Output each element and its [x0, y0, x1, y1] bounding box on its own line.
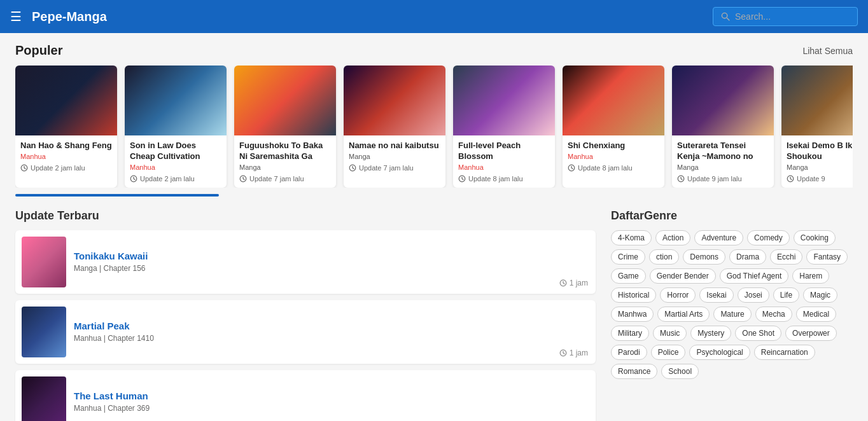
manga-card-thumb: [453, 66, 555, 135]
manga-card-thumb: [344, 66, 445, 135]
clock-icon: [559, 349, 567, 357]
genre-tag[interactable]: Manhwa: [611, 307, 654, 322]
manga-card-type: Manga: [349, 153, 440, 160]
genre-tag[interactable]: Action: [655, 230, 690, 245]
manga-card-title: Shi Chenxiang: [568, 141, 659, 151]
manga-card[interactable]: Fuguushoku To Baka Ni Saremashita Ga Man…: [234, 66, 336, 188]
genre-tag[interactable]: One Shot: [735, 326, 781, 341]
genre-tag[interactable]: Romance: [611, 364, 657, 379]
manga-card[interactable]: Son in Law Does Cheap Cultivation Manhua…: [125, 66, 227, 188]
manga-card-type: Manhua: [458, 163, 550, 171]
genre-tag[interactable]: Fantasy: [806, 249, 848, 265]
genre-tag[interactable]: School: [661, 364, 699, 379]
genre-tag[interactable]: Reincarnation: [754, 345, 815, 360]
genre-tag[interactable]: Demons: [683, 249, 725, 265]
svg-line-19: [571, 168, 573, 169]
genre-tag[interactable]: Overpower: [785, 326, 837, 341]
manga-card-update: Update 2 jam lalu: [20, 164, 112, 172]
genre-tag[interactable]: Martial Arts: [657, 307, 710, 322]
clock-icon: [349, 164, 356, 172]
lihat-semua-button[interactable]: Lihat Semua: [802, 46, 853, 56]
update-meta: Manga | Chapter 156: [74, 264, 589, 273]
manga-card-type: Manga: [239, 163, 331, 171]
genre-tag[interactable]: Medical: [796, 307, 836, 322]
manga-card-thumb: [672, 66, 774, 135]
svg-line-28: [563, 283, 564, 284]
genre-tag[interactable]: Parodi: [611, 345, 647, 360]
svg-line-1: [727, 18, 729, 20]
manga-card[interactable]: Suterareta Tensei Kenja ~Mamono no Manga…: [672, 66, 774, 188]
svg-line-7: [134, 179, 135, 180]
update-thumb: [22, 307, 66, 357]
genre-tag[interactable]: Harem: [792, 268, 829, 284]
search-input[interactable]: [735, 11, 850, 22]
manga-card[interactable]: Shi Chenxiang Manhua Update 8 jam lalu: [563, 66, 664, 188]
update-thumb: [22, 376, 66, 421]
manga-card-body: Namae no nai kaibutsu Manga Update 7 jam…: [344, 135, 445, 177]
update-terbaru-title: Update Terbaru: [15, 209, 596, 223]
genre-tag[interactable]: Cooking: [794, 230, 836, 245]
genre-tag[interactable]: Police: [651, 345, 686, 360]
update-item[interactable]: Martial Peak Manhua | Chapter 1410 1 jam: [15, 300, 596, 364]
two-col-layout: Update Terbaru Tonikaku Kawaii Manga | C…: [15, 209, 853, 421]
update-info: Martial Peak Manhua | Chapter 1410: [74, 321, 589, 343]
update-item[interactable]: Tonikaku Kawaii Manga | Chapter 156 1 ja…: [15, 230, 596, 294]
update-time: 1 jam: [559, 349, 588, 357]
genre-tag[interactable]: Music: [653, 326, 687, 341]
genre-tag[interactable]: Game: [611, 268, 646, 284]
manga-card-body: Suterareta Tensei Kenja ~Mamono no Manga…: [672, 135, 774, 188]
manga-card[interactable]: Nan Hao & Shang Feng Manhua Update 2 jam…: [15, 66, 117, 188]
genre-tag[interactable]: Mecha: [755, 307, 792, 322]
search-bar[interactable]: [713, 7, 858, 26]
daftar-genre-title: DaftarGenre: [611, 209, 853, 223]
svg-line-13: [353, 168, 354, 169]
update-name: Tonikaku Kawaii: [74, 251, 589, 261]
clock-icon: [787, 175, 794, 183]
svg-point-0: [722, 13, 727, 18]
update-thumb: [22, 237, 66, 287]
manga-card-title: Suterareta Tensei Kenja ~Mamono no: [677, 141, 769, 162]
manga-card-type: Manga: [787, 163, 853, 171]
genre-tag[interactable]: ction: [649, 249, 679, 265]
manga-card-thumb: [563, 66, 664, 135]
manga-card-body: Full-level Peach Blossom Manhua Update 8…: [453, 135, 555, 188]
update-name: Martial Peak: [74, 321, 589, 331]
manga-card-update: Update 8 jam lalu: [458, 175, 550, 183]
menu-icon[interactable]: ☰: [10, 9, 22, 24]
genre-tag[interactable]: Adventure: [694, 230, 743, 245]
manga-card-update: Update 7 jam lalu: [349, 164, 440, 172]
update-meta: Manhua | Chapter 369: [74, 404, 589, 413]
genre-tag[interactable]: Magic: [803, 287, 837, 303]
genre-tag[interactable]: Historical: [611, 287, 656, 303]
genre-tag[interactable]: Life: [773, 287, 799, 303]
manga-card-update: Update 9 jam lalu: [677, 175, 769, 183]
genre-tag[interactable]: Mystery: [690, 326, 731, 341]
genre-tag[interactable]: Military: [611, 326, 649, 341]
clock-icon: [458, 175, 466, 183]
clock-icon: [130, 175, 137, 183]
manga-card[interactable]: Isekai Demo B Ikitai Shoukou Manga Updat…: [781, 66, 853, 188]
update-terbaru-section: Update Terbaru Tonikaku Kawaii Manga | C…: [15, 209, 596, 421]
update-item[interactable]: The Last Human Manhua | Chapter 369: [15, 370, 596, 421]
genre-tag[interactable]: Gender Bender: [650, 268, 716, 284]
genre-tag[interactable]: Horror: [660, 287, 696, 303]
genre-tag[interactable]: Comedy: [747, 230, 790, 245]
genre-tag[interactable]: God Thief Agent: [720, 268, 789, 284]
search-icon: [721, 12, 730, 21]
genre-tag[interactable]: 4-Koma: [611, 230, 652, 245]
manga-card[interactable]: Namae no nai kaibutsu Manga Update 7 jam…: [344, 66, 445, 188]
manga-card-type: Manhua: [568, 153, 659, 160]
genre-tag[interactable]: Crime: [611, 249, 645, 265]
genre-tag[interactable]: Isekai: [699, 287, 733, 303]
clock-icon: [20, 164, 28, 172]
svg-line-16: [462, 179, 463, 180]
manga-card-body: Son in Law Does Cheap Cultivation Manhua…: [125, 135, 227, 188]
genre-tag[interactable]: Josei: [738, 287, 769, 303]
manga-card[interactable]: Full-level Peach Blossom Manhua Update 8…: [453, 66, 555, 188]
manga-card-thumb: [234, 66, 336, 135]
svg-line-31: [563, 353, 564, 354]
genre-tag[interactable]: Ecchi: [770, 249, 802, 265]
genre-tag[interactable]: Mature: [713, 307, 751, 322]
genre-tag[interactable]: Psychological: [689, 345, 750, 360]
genre-tag[interactable]: Drama: [729, 249, 766, 265]
